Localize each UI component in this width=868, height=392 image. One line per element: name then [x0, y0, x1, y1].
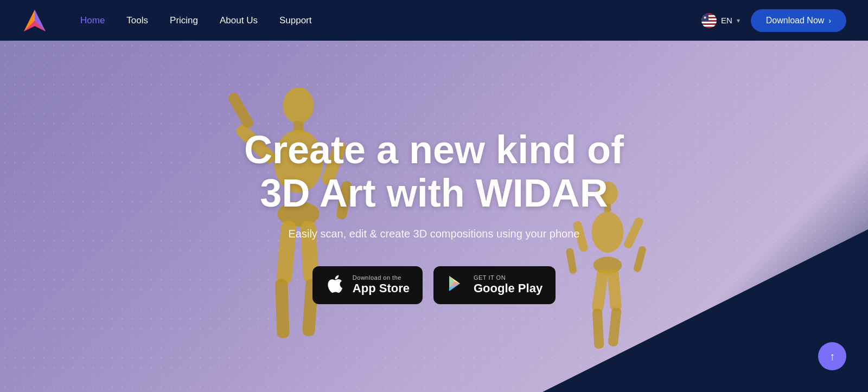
svg-rect-29	[633, 246, 647, 273]
nav-links: Home Tools Pricing About Us Support	[80, 15, 701, 26]
app-store-large-text: App Store	[353, 281, 410, 295]
flag-icon: ★	[701, 13, 717, 28]
hero-content: Create a new kind of 3D Art with WIDAR E…	[233, 128, 635, 304]
hero-section: Create a new kind of 3D Art with WIDAR E…	[0, 41, 868, 392]
navbar: Home Tools Pricing About Us Support ★	[0, 0, 868, 41]
nav-tools[interactable]: Tools	[126, 15, 148, 26]
svg-point-10	[701, 13, 717, 28]
download-arrow-icon: ›	[828, 16, 831, 25]
app-store-button[interactable]: Download on the App Store	[312, 266, 423, 304]
download-now-button[interactable]: Download Now ›	[751, 9, 846, 32]
logo[interactable]	[22, 8, 48, 34]
language-selector[interactable]: ★ EN ▾	[701, 13, 740, 28]
nav-right: ★ EN ▾ Download Now ›	[701, 9, 846, 32]
svg-rect-32	[592, 309, 604, 349]
svg-point-11	[283, 87, 314, 124]
store-buttons: Download on the App Store GET IT ON	[244, 266, 624, 304]
google-play-small-text: GET IT ON	[474, 274, 506, 281]
svg-rect-34	[608, 307, 622, 347]
google-play-icon	[446, 274, 466, 297]
svg-rect-15	[227, 91, 255, 130]
nav-about[interactable]: About Us	[220, 15, 258, 26]
app-store-small-text: Download on the	[353, 274, 401, 281]
hero-title: Create a new kind of 3D Art with WIDAR	[244, 128, 624, 214]
google-play-button[interactable]: GET IT ON Google Play	[433, 266, 556, 304]
download-now-label: Download Now	[766, 16, 825, 25]
nav-home[interactable]: Home	[80, 15, 105, 26]
scroll-to-top-button[interactable]: ↑	[818, 342, 846, 370]
chevron-down-icon: ▾	[737, 17, 740, 24]
google-play-text: GET IT ON Google Play	[474, 274, 542, 296]
nav-pricing[interactable]: Pricing	[170, 15, 198, 26]
lang-code: EN	[721, 16, 732, 25]
hero-subtitle: Easily scan, edit & create 3D compositio…	[244, 228, 624, 240]
google-play-large-text: Google Play	[474, 281, 542, 295]
apple-icon	[326, 274, 345, 297]
nav-support[interactable]: Support	[279, 15, 312, 26]
scroll-top-icon: ↑	[829, 350, 835, 363]
app-store-text: Download on the App Store	[353, 274, 410, 296]
